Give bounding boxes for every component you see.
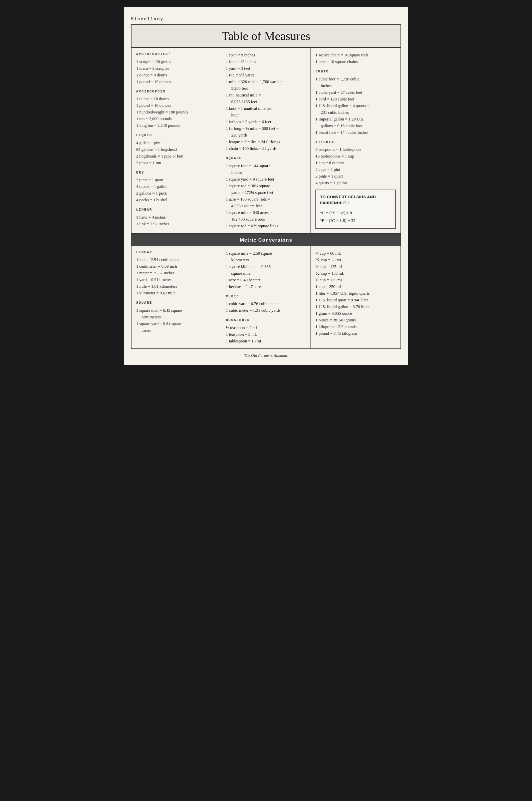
list-item: 2 pints = 1 quart [136,176,216,183]
list-item: 1 ounce = 28.349 grams [316,317,396,323]
list-item: 1 span = 9 inches [226,52,306,58]
list-item: 16 tablespoons = 1 cup [316,153,396,159]
list-item: 1 hand = 4 inches [136,214,216,221]
list-item: ¼ cup = 60 mL [316,250,396,257]
list-item: 1 pound = 12 ounces [136,78,216,85]
list-item: 231 cubic inches [316,109,396,116]
list-item: 1 cup = 250 mL [316,283,396,290]
list-item: 1 ounce = 16 drams [136,95,216,102]
list-item: 4 gills = 1 pint [136,139,216,146]
metric-col2: 1 square mile = 2.59 square kilometers 1… [221,246,311,348]
metric-linear-header: LINEAR [136,250,216,255]
col2: 1 span = 9 inches 1 foot = 12 inches 1 y… [221,48,311,233]
list-item: 1 square foot = 144 square [226,163,306,169]
list-item: 1 acre = 0.40 hectare [226,277,306,283]
list-item: ¾ cup = 175 mL [316,277,396,283]
main-title-box: Table of Measures [131,24,401,48]
list-item: ⅓ cup = 75 mL [316,257,396,263]
list-item: ½ cup = 125 mL [316,263,396,270]
list-item: 1 square yard = 9 square feet [226,176,306,183]
list-item: ⅔ cup = 150 mL [316,270,396,277]
list-item: 1 ton = 2,000 pounds [136,115,216,122]
list-item: 1 imperial gallon = 1.20 U.S. [316,116,396,122]
list-item: 1 cubic meter = 1.31 cubic yards [226,307,306,314]
list-item: 1 meter = 39.37 inches [136,270,216,276]
list-item: square mile [226,270,306,277]
linear-header: LINEAR [136,207,216,213]
list-item: 63 gallons = 1 hogshead [136,146,216,153]
list-item: 1 teaspoon = 5 mL [226,331,306,338]
list-item: centimeters [136,314,216,320]
metric-cubic-header: CUBIC [226,294,306,299]
list-item: 1 square inch = 6.45 square [136,307,216,314]
list-item: 220 yards [226,132,306,138]
list-item: 1 fathom = 2 yards = 6 feet [226,118,306,125]
avoirdupois-header: AVOIRDUPOIS [136,89,216,94]
apothecaries-header: APOTHECARIES' [136,52,216,57]
list-item: 3 teaspoons = 1 tablespoon [316,146,396,153]
list-item: 1 cup = 8 ounces [316,159,396,166]
list-item: 1 centimeter = 0.39 inch [136,263,216,270]
kitchen-header: KITCHEN [316,140,396,145]
list-item: 5,280 feet [226,85,306,92]
list-item: ½ teaspoon = 2 mL [226,324,306,331]
list-item: 1 square mile = 2.59 square [226,250,306,257]
square-header: SQUARE [226,156,306,161]
list-item: 1 mile = 1.61 kilometers [136,283,216,290]
list-item: 1 square rod = 30¼ square [226,183,306,189]
page: Miscellany Table of Measures APOTHECARIE… [124,7,408,365]
list-item: inches [316,82,396,89]
list-item: 1 board foot = 144 cubic inches [316,129,396,136]
list-item: 1 kilogram = 2.2 pounds [316,323,396,330]
list-item: yards = 272¼ square feet [226,189,306,196]
list-item: 1 cubic yard = 27 cubic feet [316,89,396,96]
list-item: 1 link = 7.92 inches [136,221,216,227]
list-item: 4 pecks = 1 bushel [136,196,216,203]
list-item: 1 square mile = 640 acres = [226,209,306,216]
list-item: 1 square chain = 16 square rods [316,52,396,58]
dry-header: DRY [136,170,216,175]
col1: APOTHECARIES' 1 scruple = 20 grains 1 dr… [132,48,221,233]
list-item: 1 pound = 0.45 kilogram [316,330,396,337]
list-item: 1 square rod = 625 square links [226,223,306,229]
list-item: 1 cubic foot = 1,728 cubic [316,76,396,82]
list-item: 1 knot = 1 nautical mile per [226,105,306,112]
list-item: 4 quarts = 1 gallon [136,183,216,190]
footer-text: The Old Farmer's Almanac [131,353,401,358]
list-item: 1 yard = 3 feet [226,65,306,72]
list-item: 1 U.S. liquid gallon = 3.78 liters [316,303,396,310]
list-item: 1 kilometer = 0.62 mile [136,290,216,297]
list-item: 1 league = 3 miles = 24 furlongs [226,138,306,145]
list-item: 2 pipes = 1 tun [136,159,216,166]
list-item: 1 rod = 5½ yards [226,72,306,78]
metric-col3: ¼ cup = 60 mL ⅓ cup = 75 mL ½ cup = 125 … [311,246,400,348]
list-item: 1 foot = 12 inches [226,58,306,65]
list-item: gallons = 0.16 cubic foot [316,122,396,129]
list-item: 1 square yard = 0.84 square [136,320,216,327]
convert-formula1: °C = (°F − 32)/1.8 [320,209,391,216]
cubic-header: CUBIC [316,69,396,74]
list-item: 1 cubic yard = 0.76 cubic meter [226,300,306,307]
list-item: 1 dram = 3 scruples [136,65,216,72]
list-item: 1 U.S. liquid quart = 0.946 liter [316,297,396,303]
list-item: 1 chain = 100 links = 22 yards [226,145,306,152]
list-item: 43,560 square feet [226,203,306,209]
list-item: 2 cups = 1 pint [316,166,396,173]
list-item: 1 tablespoon = 15 mL [226,338,306,344]
metric-title-row: Metric Conversions [132,234,400,246]
list-item: 1 square kilometer = 0.386 [226,263,306,270]
list-item: 4 quarts = 1 gallon [316,179,396,186]
miscellany-label: Miscellany [131,17,401,22]
list-item: 1 acre = 160 square rods = [226,196,306,203]
list-item: 1 mile = 320 rods = 1,760 yards = [226,78,306,85]
list-item: 1 hectare = 2.47 acres [226,283,306,290]
list-item: 1 scruple = 20 grains [136,58,216,65]
list-item: 2 hogsheads = 1 pipe or butt [136,153,216,159]
col3: 1 square chain = 16 square rods 1 acre =… [311,48,400,233]
convert-title: TO CONVERT CELSIUS AND FAHRENHEIT : [320,194,391,206]
liquid-header: LIQUID [136,133,216,138]
content-area: APOTHECARIES' 1 scruple = 20 grains 1 dr… [131,48,401,234]
list-item: inches [226,169,306,176]
list-item: 6,076.1155 feet [226,98,306,105]
convert-box: TO CONVERT CELSIUS AND FAHRENHEIT : °C =… [316,190,396,229]
